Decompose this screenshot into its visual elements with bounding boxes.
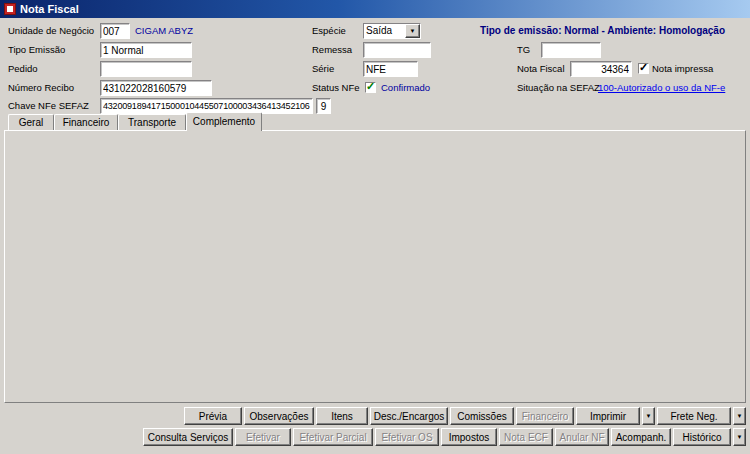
serie-label: Série <box>312 61 334 77</box>
tab-financeiro[interactable]: Financeiro <box>54 114 118 130</box>
action-row-2: Consulta Serviços Efetivar Efetivar Parc… <box>143 428 746 446</box>
tg-label: TG <box>517 42 530 58</box>
comissoes-button[interactable]: Comissões <box>450 407 514 425</box>
historico-button[interactable]: Histórico <box>673 428 731 446</box>
complemento-panel <box>4 130 746 403</box>
remessa-label: Remessa <box>312 42 352 58</box>
window-title: Nota Fiscal <box>20 3 79 15</box>
pedido-label: Pedido <box>8 61 38 77</box>
remessa-input[interactable] <box>363 42 431 58</box>
itens-button[interactable]: Itens <box>316 407 368 425</box>
status-nfe-value: Confirmado <box>381 80 430 96</box>
imprimir-menu-button[interactable]: ▼ <box>642 407 655 425</box>
frete-neg-menu-button[interactable]: ▼ <box>733 407 746 425</box>
action-row-1: Prévia Observações Itens Desc./Encargos … <box>184 407 746 425</box>
app-icon <box>4 3 16 15</box>
nota-fiscal-window: Nota Fiscal Unidade de Negócio CIGAM ABY… <box>0 0 750 454</box>
efetivar-parcial-button[interactable]: Efetivar Parcial <box>293 428 373 446</box>
historico-menu-button[interactable]: ▼ <box>733 428 746 446</box>
consulta-servicos-button[interactable]: Consulta Serviços <box>143 428 233 446</box>
sefaz-status-link[interactable]: 100-Autorizado o uso da NF-e <box>598 80 725 96</box>
numero-recibo-label: Número Recibo <box>8 80 74 96</box>
especie-combo[interactable]: Saída ▼ <box>363 23 421 39</box>
situacao-sefaz-label: Situação na SEFAZ <box>517 80 600 96</box>
financeiro-button[interactable]: Financeiro <box>516 407 574 425</box>
especie-value: Saída <box>364 24 405 38</box>
efetivar-os-button[interactable]: Efetivar OS <box>375 428 439 446</box>
tipo-emissao-input[interactable] <box>100 42 192 58</box>
especie-label: Espécie <box>312 23 346 39</box>
tg-input[interactable] <box>541 42 601 58</box>
tab-transporte[interactable]: Transporte <box>118 114 186 130</box>
nota-impressa-checkbox[interactable] <box>638 63 649 74</box>
unidade-negocio-label: Unidade de Negócio <box>8 23 94 39</box>
previa-button[interactable]: Prévia <box>184 407 242 425</box>
serie-input[interactable] <box>363 61 418 77</box>
chevron-down-icon[interactable]: ▼ <box>405 24 420 38</box>
nota-fiscal-label: Nota Fiscal <box>517 61 565 77</box>
chave-dv-input[interactable] <box>316 98 331 114</box>
tab-geral[interactable]: Geral <box>8 114 54 130</box>
emissao-ambiente-banner: Tipo de emissão: Normal - Ambiente: Homo… <box>480 23 725 39</box>
acompanh-button[interactable]: Acompanh. <box>611 428 671 446</box>
pedido-input[interactable] <box>100 61 192 77</box>
efetivar-button[interactable]: Efetivar <box>235 428 291 446</box>
impostos-button[interactable]: Impostos <box>441 428 497 446</box>
nota-ecf-button[interactable]: Nota ECF <box>499 428 553 446</box>
numero-recibo-input[interactable] <box>100 80 212 96</box>
nota-impressa-label: Nota impressa <box>652 61 713 77</box>
desc-encargos-button[interactable]: Desc./Encargos <box>370 407 448 425</box>
tipo-emissao-label: Tipo Emissão <box>8 42 65 58</box>
nota-fiscal-input[interactable] <box>570 61 632 77</box>
unidade-negocio-input[interactable] <box>100 23 130 39</box>
observacoes-button[interactable]: Observações <box>244 407 314 425</box>
tab-complemento[interactable]: Complemento <box>186 112 262 131</box>
chave-nfe-label: Chave NFe SEFAZ <box>8 98 89 114</box>
titlebar[interactable]: Nota Fiscal <box>0 0 750 18</box>
unidade-negocio-desc: CIGAM ABYZ <box>135 23 193 39</box>
imprimir-button[interactable]: Imprimir <box>576 407 640 425</box>
frete-neg-button[interactable]: Frete Neg. <box>657 407 731 425</box>
status-nfe-label: Status NFe <box>312 80 360 96</box>
status-nfe-check-icon <box>365 82 376 93</box>
anular-nf-button[interactable]: Anular NF <box>555 428 609 446</box>
